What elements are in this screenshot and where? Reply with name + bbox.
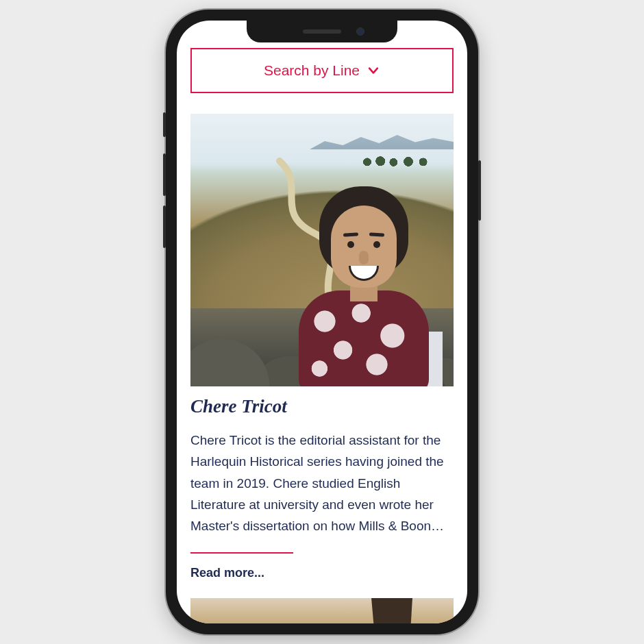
volume-up-button bbox=[163, 153, 166, 196]
divider bbox=[190, 552, 293, 554]
search-by-line-dropdown[interactable]: Search by Line bbox=[190, 48, 454, 93]
speaker-grille bbox=[303, 29, 341, 34]
mute-switch bbox=[163, 112, 166, 137]
article-hero-image bbox=[190, 114, 454, 386]
page-content: Search by Line bbox=[177, 21, 467, 623]
chevron-down-icon bbox=[367, 64, 380, 77]
phone-frame: Search by Line bbox=[166, 10, 478, 634]
volume-down-button bbox=[163, 206, 166, 248]
notch bbox=[247, 21, 397, 42]
person-portrait bbox=[299, 174, 429, 386]
article-excerpt: Chere Tricot is the editorial assistant … bbox=[190, 430, 454, 537]
search-dropdown-label: Search by Line bbox=[264, 62, 360, 79]
front-camera bbox=[356, 27, 364, 36]
article-title: Chere Tricot bbox=[190, 396, 454, 417]
read-more-link[interactable]: Read more... bbox=[190, 566, 454, 580]
phone-screen: Search by Line bbox=[177, 21, 467, 623]
next-article-preview-image bbox=[190, 598, 454, 623]
power-button bbox=[478, 160, 481, 221]
